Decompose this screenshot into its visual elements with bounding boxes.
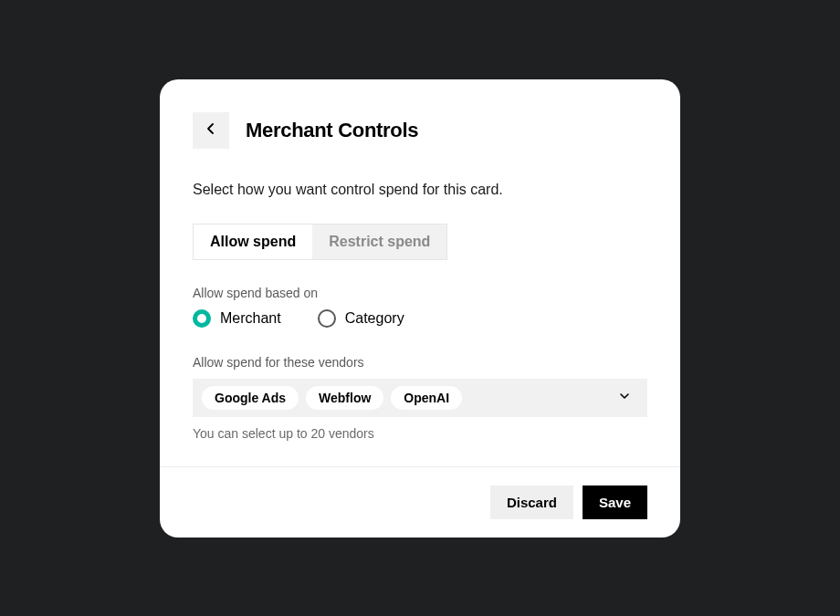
radio-category[interactable]: Category [318,309,404,328]
spend-mode-tabs: Allow spend Restrict spend [193,224,447,260]
merchant-controls-modal: Merchant Controls Select how you want co… [160,79,680,538]
modal-body: Merchant Controls Select how you want co… [160,79,680,466]
tab-allow-spend[interactable]: Allow spend [194,224,312,259]
radio-unselected-icon [318,309,336,328]
vendors-label: Allow spend for these vendors [193,355,647,370]
tab-restrict-spend[interactable]: Restrict spend [312,224,446,259]
chevron-down-icon [618,390,631,406]
back-button[interactable] [193,112,229,149]
save-button[interactable]: Save [583,485,647,519]
basis-label: Allow spend based on [193,286,647,300]
modal-footer: Discard Save [160,466,680,538]
page-title: Merchant Controls [246,119,418,142]
subtitle: Select how you want control spend for th… [193,182,647,198]
radio-category-label: Category [345,310,404,327]
radio-merchant[interactable]: Merchant [193,309,281,328]
vendor-chip[interactable]: Webflow [306,386,383,410]
chevron-left-icon [204,121,218,139]
vendor-chip[interactable]: Google Ads [202,386,299,410]
vendor-chips: Google Ads Webflow OpenAI [202,386,462,410]
vendor-hint: You can select up to 20 vendors [193,426,647,441]
vendor-select[interactable]: Google Ads Webflow OpenAI [193,379,647,417]
radio-merchant-label: Merchant [220,310,281,327]
modal-header: Merchant Controls [193,112,647,149]
radio-selected-icon [193,309,211,328]
vendor-chip[interactable]: OpenAI [391,386,462,410]
discard-button[interactable]: Discard [490,485,573,519]
basis-radio-group: Merchant Category [193,309,647,328]
